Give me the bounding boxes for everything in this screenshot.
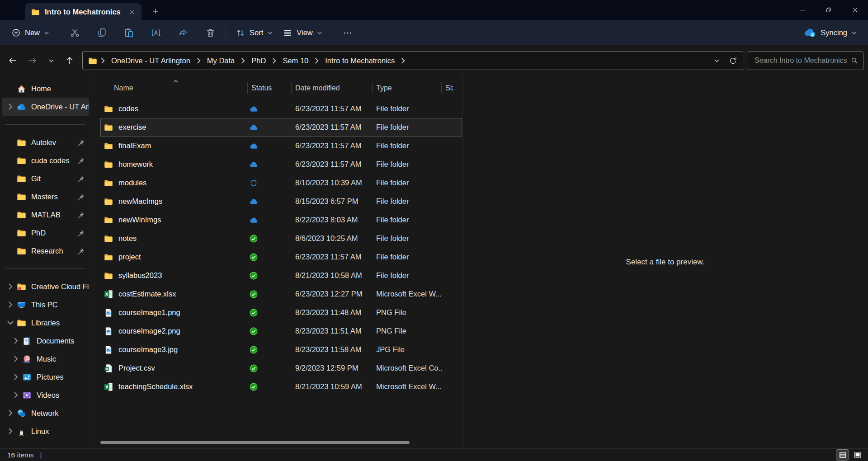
table-row[interactable]: newWinImgs8/22/2023 8:03 AMFile folder <box>100 211 462 229</box>
up-button[interactable] <box>61 52 79 69</box>
refresh-button[interactable] <box>725 52 741 69</box>
table-row[interactable]: courseImage2.png8/23/2023 11:51 AMPNG Fi… <box>100 322 462 340</box>
breadcrumb-item[interactable]: PhD <box>247 55 270 67</box>
sidebar-item-label: Research <box>31 247 75 255</box>
table-row[interactable]: finalExam6/23/2023 11:57 AMFile folder <box>100 136 462 155</box>
chevron-right-icon[interactable] <box>6 409 14 417</box>
column-header-status[interactable]: Status <box>247 82 291 94</box>
chevron-right-icon[interactable] <box>12 355 20 363</box>
sidebar-item-masters[interactable]: Masters <box>2 188 89 206</box>
status-cell <box>248 290 292 298</box>
details-view-button[interactable] <box>836 450 849 460</box>
chevron-right-icon[interactable] <box>12 373 20 381</box>
forward-button[interactable] <box>24 52 42 69</box>
sidebar-item-videos[interactable]: Videos <box>2 386 89 404</box>
status-cell <box>248 198 292 206</box>
delete-button[interactable] <box>199 24 221 42</box>
table-row[interactable]: teachingSchedule.xlsx8/21/2023 10:59 AMM… <box>100 377 462 396</box>
minimize-button[interactable] <box>789 0 816 20</box>
breadcrumb-item[interactable]: Sem 10 <box>278 55 312 67</box>
search-icon[interactable] <box>850 56 859 65</box>
more-options-button[interactable] <box>337 24 359 42</box>
cut-button[interactable] <box>64 24 85 42</box>
table-row[interactable]: courseImage3.jpg8/23/2023 11:58 AMJPG Fi… <box>100 340 462 359</box>
table-row[interactable]: project6/23/2023 11:57 AMFile folder <box>100 248 462 266</box>
rename-button[interactable] <box>145 24 167 42</box>
column-header-type[interactable]: Type <box>372 82 441 94</box>
date-modified-cell: 9/2/2023 12:59 PM <box>292 364 373 372</box>
restore-button[interactable] <box>816 0 842 20</box>
sidebar-item-linux[interactable]: Linux <box>2 422 89 440</box>
sidebar-item-git[interactable]: Git <box>2 169 89 188</box>
tab-close-button[interactable] <box>126 6 138 18</box>
chevron-right-icon[interactable] <box>6 282 14 291</box>
breadcrumb-separator-icon <box>99 57 107 65</box>
file-name: Project.csv <box>118 364 155 372</box>
table-row[interactable]: syllabus20238/21/2023 10:58 AMFile folde… <box>100 266 462 285</box>
share-button[interactable] <box>172 24 194 42</box>
new-tab-button[interactable] <box>149 5 162 18</box>
address-dropdown-button[interactable] <box>708 52 725 69</box>
search-input[interactable] <box>755 56 850 65</box>
chevron-down-icon[interactable] <box>6 319 14 327</box>
view-button[interactable]: View <box>278 25 327 41</box>
address-bar[interactable]: OneDrive - UT ArlingtonMy DataPhDSem 10I… <box>82 51 743 70</box>
sidebar-item-network[interactable]: Network <box>2 404 89 422</box>
sort-button-label: Sort <box>250 28 263 37</box>
large-icons-view-button[interactable] <box>851 450 863 460</box>
table-row[interactable]: costEstimate.xlsx6/23/2023 12:27 PMMicro… <box>100 285 462 303</box>
column-header-size[interactable]: Size <box>441 82 453 94</box>
table-row[interactable]: Project.csv9/2/2023 12:59 PMMicrosoft Ex… <box>100 359 462 377</box>
breadcrumb-item[interactable]: OneDrive - UT Arlington <box>107 55 194 67</box>
column-header-date-modified[interactable]: Date modified <box>291 82 372 94</box>
sidebar-item-onedrive-ut-arlington[interactable]: OneDrive - UT Arlington <box>2 98 89 116</box>
sidebar-item-cuda-codes[interactable]: cuda codes <box>2 151 89 169</box>
preview-placeholder-text: Select a file to preview. <box>626 258 705 267</box>
back-button[interactable] <box>4 52 22 69</box>
date-modified-cell: 8/6/2023 10:25 AM <box>292 234 373 243</box>
table-row[interactable]: newMacImgs8/15/2023 6:57 PMFile folder <box>100 192 462 211</box>
sidebar-item-libraries[interactable]: Libraries <box>2 314 89 332</box>
sidebar-item-research[interactable]: Research <box>2 242 89 260</box>
sort-icon <box>236 28 245 38</box>
sidebar-item-label: Music <box>37 355 89 363</box>
breadcrumb-item[interactable]: My Data <box>203 55 239 67</box>
date-modified-cell: 6/23/2023 11:57 AM <box>292 253 373 261</box>
copy-button[interactable] <box>91 24 113 42</box>
sort-button[interactable]: Sort <box>231 25 278 41</box>
sidebar-item-music[interactable]: Music <box>2 350 89 368</box>
chevron-right-icon[interactable] <box>12 391 20 399</box>
table-row[interactable]: modules8/10/2023 10:39 AMFile folder <box>100 174 462 192</box>
recent-locations-button[interactable] <box>43 52 59 69</box>
chevron-right-icon[interactable] <box>6 427 14 435</box>
paste-button[interactable] <box>118 24 140 42</box>
explorer-tab[interactable]: Intro to Mechatronics <box>25 3 142 20</box>
sidebar-item-this-pc[interactable]: This PC <box>2 296 89 314</box>
table-row[interactable]: notes8/6/2023 10:25 AMFile folder <box>100 229 462 248</box>
table-row[interactable]: codes6/23/2023 11:57 AMFile folder <box>100 99 462 118</box>
chevron-right-icon[interactable] <box>12 337 20 345</box>
sidebar-item-creative-cloud-files[interactable]: Creative Cloud Files <box>2 278 89 296</box>
new-button[interactable]: New <box>6 25 54 41</box>
table-row[interactable]: exercise6/23/2023 11:57 AMFile folder <box>100 118 462 136</box>
sidebar-item-documents[interactable]: Documents <box>2 332 89 350</box>
paste-icon <box>124 28 134 38</box>
chevron-right-icon[interactable] <box>6 301 14 309</box>
scrollbar-thumb[interactable] <box>100 441 410 444</box>
chevron-right-icon[interactable] <box>6 103 14 111</box>
folder-icon <box>17 156 26 165</box>
table-row[interactable]: courseImage1.png8/23/2023 11:48 AMPNG Fi… <box>100 303 462 322</box>
sidebar-item-phd[interactable]: PhD <box>2 224 89 242</box>
sidebar-item-pictures[interactable]: Pictures <box>2 368 89 386</box>
onedrive-sync-status-button[interactable]: Syncing <box>799 25 862 41</box>
table-row[interactable]: homework6/23/2023 11:57 AMFile folder <box>100 155 462 174</box>
chevron-down-icon <box>714 58 720 64</box>
sidebar-item-autolev[interactable]: Autolev <box>2 133 89 151</box>
file-name-cell: project <box>101 253 248 262</box>
expander-spacer <box>6 174 14 183</box>
close-button[interactable] <box>842 0 868 20</box>
breadcrumb-item[interactable]: Intro to Mechatronics <box>321 55 399 67</box>
sidebar-item-matlab[interactable]: MATLAB <box>2 206 89 224</box>
sidebar-item-home[interactable]: Home <box>2 80 89 98</box>
toolbar-divider <box>332 26 332 40</box>
